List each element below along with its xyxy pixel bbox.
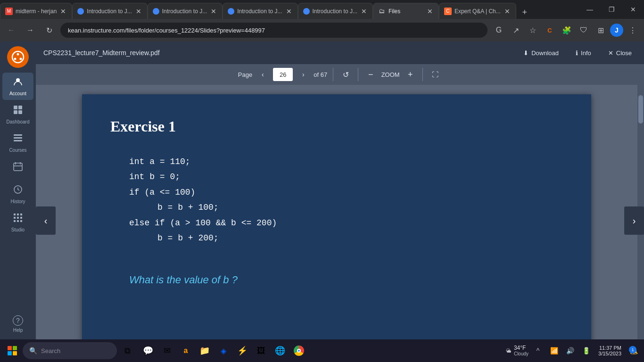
info-button[interactable]: ℹ Info	[571, 47, 596, 59]
pdf-page: Exercise 1 int a = 110; int b = 0; if (a…	[82, 94, 591, 356]
close-pdf-button[interactable]: ✕ Close	[603, 47, 636, 59]
page-number-input[interactable]	[273, 68, 293, 81]
bookmark-icon[interactable]: ☆	[525, 23, 540, 38]
tab-close-expert[interactable]: ✕	[504, 7, 511, 16]
tab-title-intro2: Introduction to J...	[87, 8, 132, 15]
tab-close-midterm[interactable]: ✕	[59, 7, 67, 16]
tab-favicon-intro2	[77, 8, 84, 15]
menu-icon[interactable]: ⋮	[625, 23, 640, 38]
prev-page-button[interactable]: ‹	[256, 68, 269, 81]
show-hidden-button[interactable]: ^	[531, 344, 545, 357]
fullscreen-button[interactable]: ⛶	[429, 68, 442, 81]
back-button[interactable]: ←	[4, 23, 19, 38]
sidebar-item-calendar[interactable]	[2, 157, 33, 180]
new-tab-button[interactable]: +	[518, 6, 531, 19]
tab-intro3[interactable]: Introduction to J... ✕	[148, 3, 223, 19]
pdf-header: CPS2231_lecture7_Midterm_review.pdf ⬇ Do…	[36, 41, 644, 64]
taskbar-search[interactable]: 🔍 Search	[23, 342, 117, 359]
tab-expert[interactable]: C Expert Q&A | Ch... ✕	[439, 3, 516, 19]
taskbar-app-flash[interactable]: ⚡	[234, 342, 251, 359]
taskbar-app-chrome[interactable]	[290, 342, 307, 359]
taskbar-app-teams[interactable]: 💬	[140, 342, 157, 359]
zoom-in-button[interactable]: +	[404, 68, 417, 81]
taskview-icon: ⧉	[124, 346, 131, 356]
zoom-label: ZOOM	[381, 71, 400, 78]
sidebar-item-studio[interactable]: Studio	[2, 209, 33, 236]
battery-icon[interactable]: 🔋	[579, 344, 593, 357]
address-bar: ← → ↻ G ↗ ☆ C 🧩 🛡 ⊞ J ⋮	[0, 19, 644, 41]
tab-bar: M midterm - herjan ✕ Introduction to J..…	[0, 0, 644, 19]
taskbar-app-dropbox[interactable]: ◈	[215, 342, 232, 359]
tab-close-files[interactable]: ✕	[426, 7, 434, 16]
pdf-toolbar: Page ‹ › of 67 ↺ − ZOOM + ⛶	[36, 64, 644, 85]
forward-button[interactable]: →	[23, 23, 38, 38]
studio-icon	[13, 213, 23, 225]
tab-close-intro3[interactable]: ✕	[210, 7, 217, 16]
sidebar-item-courses[interactable]: Courses	[2, 129, 33, 156]
svg-rect-8	[18, 110, 22, 114]
clock-date: 3/15/2023	[598, 351, 621, 356]
extensions-icon[interactable]: 🧩	[559, 23, 574, 38]
temperature: 34°F	[514, 345, 528, 351]
tab-close-intro5[interactable]: ✕	[360, 7, 368, 16]
weather-info[interactable]: 🌥 34°F Cloudy	[506, 345, 528, 357]
taskbar-app-photos[interactable]: 🖼	[253, 342, 270, 359]
taskbar-app-mail[interactable]: ✉	[158, 342, 175, 359]
slide-prev-button[interactable]: ‹	[36, 206, 56, 235]
slide-next-button[interactable]: ›	[624, 206, 644, 235]
search-icon: 🔍	[29, 347, 37, 354]
tab-title-intro5: Introduction to J...	[313, 8, 357, 15]
main-content: Account Dashboard	[0, 41, 644, 362]
minimize-button[interactable]: —	[579, 0, 601, 19]
next-page-button[interactable]: ›	[297, 68, 310, 81]
canvas-logo[interactable]	[6, 45, 30, 69]
sidebar-item-account[interactable]: Account	[2, 73, 33, 100]
close-button[interactable]: ✕	[622, 0, 644, 19]
close-icon: ✕	[608, 49, 613, 57]
pdf-scroll-area[interactable]: Exercise 1 int a = 110; int b = 0; if (a…	[36, 85, 637, 356]
tab-intro2[interactable]: Introduction to J... ✕	[72, 3, 147, 19]
sidebar-item-history[interactable]: History	[2, 181, 33, 208]
share-icon[interactable]: ↗	[508, 23, 523, 38]
grid-icon[interactable]: ⊞	[593, 23, 608, 38]
tab-close-intro2[interactable]: ✕	[135, 7, 142, 16]
taskview-button[interactable]: ⧉	[119, 342, 136, 359]
scrollbar-thumb[interactable]	[638, 95, 643, 123]
maximize-button[interactable]: ❐	[601, 0, 622, 19]
taskbar-app-explorer[interactable]: 📁	[196, 342, 213, 359]
pdf-header-actions: ⬇ Download ℹ Info ✕ Close	[519, 47, 636, 59]
sidebar-item-dashboard[interactable]: Dashboard	[2, 101, 33, 128]
svg-point-1	[17, 53, 19, 56]
profile-icon[interactable]: J	[610, 24, 623, 37]
notification-badge: 1	[629, 346, 636, 354]
tab-intro5[interactable]: Introduction to J... ✕	[298, 3, 373, 19]
taskbar-app-amazon[interactable]: a	[177, 342, 194, 359]
code-line-2: int b = 0;	[129, 172, 180, 181]
notification-button[interactable]: 🔔 1	[627, 344, 640, 357]
svg-rect-21	[17, 217, 19, 219]
google-search-icon[interactable]: G	[491, 23, 506, 38]
wifi-icon[interactable]: 📶	[547, 344, 561, 357]
download-button[interactable]: ⬇ Download	[519, 47, 563, 59]
canvas-extension-icon[interactable]: C	[542, 23, 557, 38]
rotate-button[interactable]: ↺	[339, 68, 352, 81]
zoom-out-button[interactable]: −	[364, 68, 377, 81]
dashboard-icon	[13, 105, 23, 117]
page-label: Page	[238, 71, 252, 78]
svg-rect-25	[20, 220, 22, 222]
shield-icon[interactable]: 🛡	[576, 23, 591, 38]
tab-close-intro4[interactable]: ✕	[285, 7, 293, 16]
taskbar-app-edge[interactable]: 🌐	[272, 342, 289, 359]
refresh-button[interactable]: ↻	[41, 23, 57, 38]
toolbar-separator-1	[333, 68, 333, 81]
taskbar-clock[interactable]: 11:37 PM 3/15/2023	[594, 345, 625, 356]
studio-label: Studio	[11, 227, 25, 232]
tab-midterm[interactable]: M midterm - herjan ✕	[0, 3, 72, 19]
address-input[interactable]	[60, 23, 487, 38]
start-button[interactable]	[4, 342, 21, 359]
code-line-1: int a = 110;	[129, 157, 190, 166]
volume-icon[interactable]: 🔊	[563, 344, 577, 357]
tab-files[interactable]: 🗂 Files ✕	[373, 3, 439, 19]
tab-intro4[interactable]: Introduction to J... ✕	[223, 3, 297, 19]
sidebar-item-help[interactable]: ? Help	[2, 312, 33, 337]
